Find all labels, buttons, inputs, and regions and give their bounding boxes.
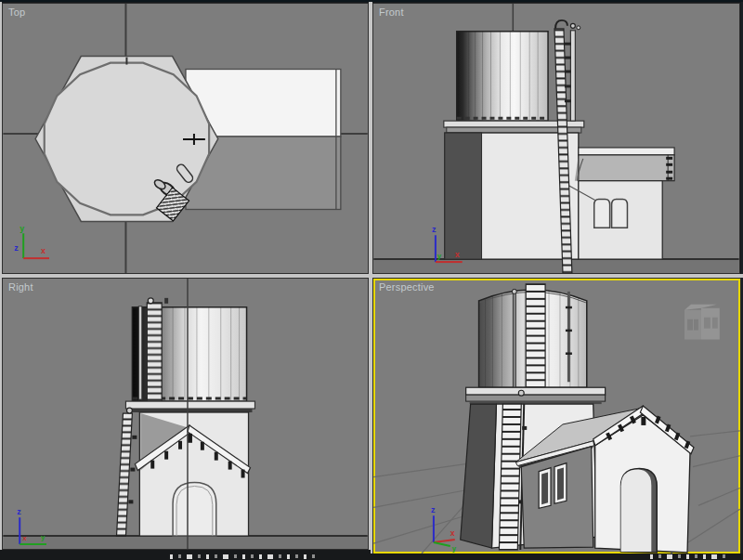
axis-x-label: x <box>41 246 46 255</box>
axis-z-label: z <box>431 505 436 514</box>
axis-x-label: x <box>22 534 27 542</box>
standpipe[interactable] <box>565 23 580 121</box>
arched-door <box>621 469 658 553</box>
axis-z-label: z <box>432 225 437 234</box>
axis-z-label: z <box>14 243 19 253</box>
viewport-right-label[interactable]: Right <box>8 281 33 293</box>
viewport-right-canvas[interactable]: z y x <box>3 279 368 549</box>
pump-house[interactable] <box>564 148 674 259</box>
bottom-strip-ticks-right <box>650 554 725 559</box>
viewport-front[interactable]: Front <box>372 3 740 274</box>
viewport-front-label[interactable]: Front <box>379 7 404 18</box>
arched-door[interactable] <box>173 482 216 536</box>
axis-y-label: y <box>452 544 457 553</box>
axis-y-label: y <box>41 533 46 541</box>
viewport-right[interactable]: Right <box>2 278 369 550</box>
axis-y-label: y <box>437 252 442 260</box>
tank-platform[interactable] <box>125 401 254 412</box>
ghost-building[interactable] <box>684 305 720 340</box>
tank-platform[interactable] <box>466 387 606 404</box>
axis-y-label: y <box>20 224 24 233</box>
water-tank[interactable] <box>457 32 548 121</box>
viewport-top[interactable]: Top <box>2 3 369 274</box>
axis-z-label: z <box>17 507 21 516</box>
axis-x-label: x <box>450 528 455 538</box>
access-ladder[interactable] <box>117 408 137 536</box>
bottom-strip <box>0 553 743 560</box>
axis-x-label: x <box>455 250 460 259</box>
viewport-top-canvas[interactable]: y x z <box>3 4 368 273</box>
viewport-perspective-label[interactable]: Perspective <box>379 281 435 293</box>
axis-tripod: y x z <box>14 224 49 258</box>
viewport-top-label[interactable]: Top <box>8 7 25 18</box>
bottom-strip-ticks-left <box>170 554 315 559</box>
ground-lower <box>3 536 367 549</box>
viewport-perspective[interactable]: Perspective <box>372 278 741 554</box>
ground-lower <box>373 259 738 273</box>
viewport-front-canvas[interactable]: z x y <box>373 4 739 273</box>
viewport-perspective-canvas[interactable]: z x y <box>373 279 740 553</box>
